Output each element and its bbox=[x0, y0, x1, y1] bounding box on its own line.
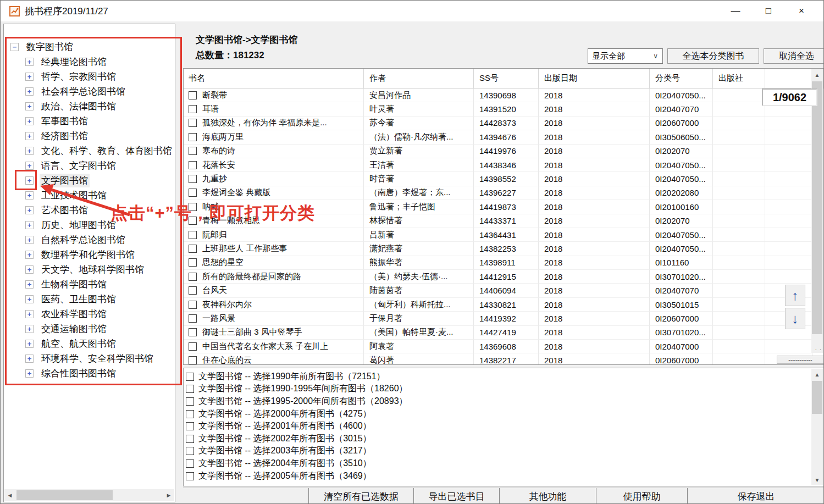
expand-plus-icon[interactable]: + bbox=[25, 295, 34, 303]
expand-plus-icon[interactable]: + bbox=[25, 369, 34, 378]
select-all-category-button[interactable]: 全选本分类图书 bbox=[667, 48, 759, 64]
row-checkbox[interactable] bbox=[189, 133, 197, 141]
expand-plus-icon[interactable]: + bbox=[25, 58, 34, 66]
table-row[interactable]: 台风天陆茵茵著1440609420180I20407070 bbox=[184, 284, 812, 297]
tree-item[interactable]: +经济图书馆 bbox=[4, 129, 175, 143]
tree-item[interactable]: +自然科学总论图书馆 bbox=[4, 232, 175, 247]
dash-button[interactable]: ------------- bbox=[777, 356, 824, 364]
table-row[interactable]: 夜神科尔内尔（匈牙利）科斯托拉...1433082120180I30501015 bbox=[184, 298, 812, 312]
page-down-button[interactable]: ↓ bbox=[785, 308, 805, 329]
tree-root[interactable]: − 数字图书馆 bbox=[4, 40, 175, 54]
footer-button[interactable]: 清空所有已选数据 bbox=[308, 488, 413, 504]
table-row[interactable]: 御谜士三部曲 3 风中竖琴手（美国）帕特里夏·麦...1442741920180… bbox=[184, 326, 812, 340]
tree-item[interactable]: +环境科学、安全科学图书馆 bbox=[4, 351, 175, 366]
table-row[interactable]: 李煜词全鉴 典藏版（南唐）李煜著；东...1439622720180I20202… bbox=[184, 186, 812, 200]
tree-item[interactable]: +医药、卫生图书馆 bbox=[4, 292, 175, 307]
row-checkbox[interactable] bbox=[189, 301, 197, 309]
table-row[interactable]: 思想的星空熊振华著1439891120180I101160 bbox=[184, 256, 812, 270]
tree-item[interactable]: +艺术图书馆 bbox=[4, 203, 175, 218]
expand-plus-icon[interactable]: + bbox=[25, 236, 34, 244]
expand-plus-icon[interactable]: + bbox=[25, 340, 34, 348]
row-checkbox[interactable] bbox=[189, 217, 197, 225]
expand-plus-icon[interactable]: + bbox=[25, 191, 34, 200]
year-list-item[interactable]: 文学图书馆 -- 选择2001年所有图书（4600） bbox=[184, 420, 810, 433]
scrollbar-thumb[interactable] bbox=[812, 81, 822, 334]
collapse-icon[interactable]: − bbox=[10, 43, 19, 51]
scroll-right-icon[interactable]: ► bbox=[163, 489, 174, 501]
scroll-left-icon[interactable]: ◄ bbox=[4, 489, 15, 501]
footer-button[interactable]: 其他功能 bbox=[499, 488, 596, 504]
year-list-item[interactable]: 文学图书馆 -- 选择2000年所有图书（4275） bbox=[184, 408, 810, 420]
col-header-publisher[interactable]: 出版社 bbox=[713, 69, 765, 88]
expand-plus-icon[interactable]: + bbox=[25, 132, 34, 140]
table-row[interactable]: 九重抄时音著1439855220180I20407050... bbox=[184, 172, 812, 186]
row-checkbox[interactable] bbox=[189, 342, 197, 351]
row-checkbox[interactable] bbox=[189, 175, 197, 183]
col-header-class[interactable]: 分类号 bbox=[650, 69, 713, 88]
row-checkbox[interactable] bbox=[189, 314, 197, 323]
year-checkbox[interactable] bbox=[186, 385, 194, 393]
year-checkbox[interactable] bbox=[186, 397, 194, 406]
filter-dropdown[interactable]: 显示全部 ∨ bbox=[588, 48, 663, 64]
tree-item[interactable]: +工业技术图书馆 bbox=[4, 188, 175, 203]
tree-item[interactable]: +文学图书馆 bbox=[4, 173, 175, 188]
tree-item[interactable]: +天文学、地球科学图书馆 bbox=[4, 262, 175, 277]
row-checkbox[interactable] bbox=[189, 189, 197, 197]
table-row[interactable]: 断裂带安昌河作品1439069820180I20407050... bbox=[184, 88, 812, 102]
close-button[interactable]: × bbox=[785, 1, 818, 21]
tree-item[interactable]: +军事图书馆 bbox=[4, 114, 175, 129]
tree-horizontal-scrollbar[interactable]: ◄ ► bbox=[4, 489, 174, 501]
year-checkbox[interactable] bbox=[186, 422, 194, 430]
row-checkbox[interactable] bbox=[189, 119, 197, 127]
tree-item[interactable]: +语言、文字图书馆 bbox=[4, 158, 175, 173]
row-checkbox[interactable] bbox=[189, 231, 197, 239]
tree-item[interactable]: +农业科学图书馆 bbox=[4, 307, 175, 322]
year-list-item[interactable]: 文学图书馆 -- 选择2005年所有图书（3469） bbox=[184, 470, 810, 483]
tree-item[interactable]: +历史、地理图书馆 bbox=[4, 218, 175, 232]
row-checkbox[interactable] bbox=[189, 203, 197, 211]
expand-plus-icon[interactable]: + bbox=[25, 325, 34, 333]
col-header-name[interactable]: 书名 bbox=[184, 69, 364, 88]
year-list-item[interactable]: 文学图书馆 -- 选择1990-1995年间所有图书（18260） bbox=[184, 383, 810, 396]
year-list-item[interactable]: 文学图书馆 -- 选择2002年所有图书（3015） bbox=[184, 433, 810, 445]
footer-button[interactable]: 导出已选书目 bbox=[413, 488, 499, 504]
tree-item[interactable]: +综合性图书图书馆 bbox=[4, 366, 175, 381]
table-row[interactable]: 一路风景于保月著1441939220180I20607000 bbox=[184, 312, 812, 325]
year-vertical-scrollbar[interactable]: ▲ ▼ bbox=[811, 369, 823, 485]
expand-plus-icon[interactable]: + bbox=[25, 280, 34, 289]
scroll-up-icon[interactable]: ▲ bbox=[811, 69, 823, 80]
col-header-author[interactable]: 作者 bbox=[364, 69, 474, 88]
expand-plus-icon[interactable]: + bbox=[25, 251, 34, 259]
table-row[interactable]: 海底两万里（法）儒勒·凡尔纳著...1439467620180I30506050… bbox=[184, 130, 812, 144]
table-row[interactable]: 阮郎归吕新著1436443120180I20407050... bbox=[184, 228, 812, 242]
footer-button[interactable]: 保存退出 bbox=[687, 488, 824, 504]
table-row[interactable]: 孤独深处，有你为伴 幸福原来是...苏今著1442837320180I20607… bbox=[184, 117, 812, 130]
year-checkbox[interactable] bbox=[186, 373, 194, 381]
row-checkbox[interactable] bbox=[189, 258, 197, 267]
tree-item[interactable]: +政治、法律图书馆 bbox=[4, 99, 175, 114]
year-list-item[interactable]: 文学图书馆 -- 选择2004年所有图书（3510） bbox=[184, 457, 810, 470]
tree-item[interactable]: +数理科学和化学图书馆 bbox=[4, 247, 175, 262]
expand-plus-icon[interactable]: + bbox=[25, 265, 34, 274]
year-checkbox[interactable] bbox=[186, 410, 194, 418]
expand-plus-icon[interactable]: + bbox=[25, 73, 34, 81]
row-checkbox[interactable] bbox=[189, 328, 197, 336]
tree-item[interactable]: +交通运输图书馆 bbox=[4, 322, 175, 336]
row-checkbox[interactable] bbox=[189, 356, 197, 364]
expand-plus-icon[interactable]: + bbox=[25, 117, 34, 125]
deselect-all-button[interactable]: 取消全选 bbox=[764, 48, 824, 64]
minimize-button[interactable]: — bbox=[719, 1, 752, 21]
expand-plus-icon[interactable]: + bbox=[25, 176, 34, 185]
expand-plus-icon[interactable]: + bbox=[25, 147, 34, 155]
scroll-down-icon[interactable]: ▼ bbox=[811, 474, 823, 485]
expand-plus-icon[interactable]: + bbox=[25, 355, 34, 363]
row-checkbox[interactable] bbox=[189, 245, 197, 253]
scroll-up-icon[interactable]: ▲ bbox=[811, 369, 823, 380]
table-row[interactable]: 中国当代著名女作家大系 子在川上阿袁著1436960820180I2040700… bbox=[184, 340, 812, 353]
tree-item[interactable]: +文化、科学、教育、体育图书馆 bbox=[4, 143, 175, 158]
table-row[interactable]: 耳语叶灵著1439152020180I20407070 bbox=[184, 102, 812, 116]
table-row[interactable]: 呐喊鲁迅著；丰子恺图1441987320180I20100160 bbox=[184, 200, 812, 214]
table-row[interactable]: 所有的路最终都是回家的路（美）约瑟夫·伍德·...1441291520180I3… bbox=[184, 270, 812, 284]
table-row[interactable]: 花落长安王洁著1443834620180I20407050... bbox=[184, 158, 812, 172]
year-checkbox[interactable] bbox=[186, 435, 194, 443]
